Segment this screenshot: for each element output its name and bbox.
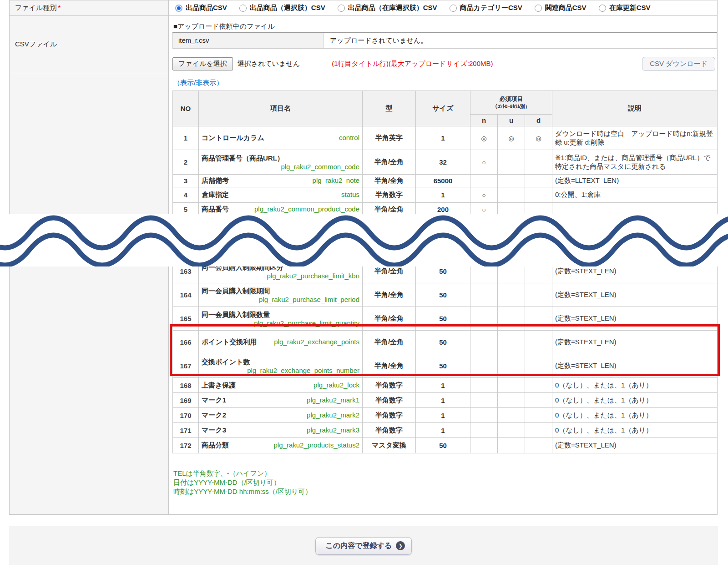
cell-name: 倉庫指定status <box>199 187 363 203</box>
cell-desc <box>552 203 717 215</box>
field-code: plg_raku2_purchase_limit_period <box>259 296 359 303</box>
file-type-options-cell: 出品商品CSV 出品商品（選択肢）CSV 出品商品（在庫選択肢）CSV 商品カテ… <box>169 0 718 16</box>
cell-name: マーク2plg_raku2_mark2 <box>199 408 363 423</box>
cell-no: 166 <box>173 331 199 354</box>
field-code: plg_raku2_products_status2 <box>274 441 359 450</box>
cell-desc: 0（なし）、または、1（あり） <box>552 423 718 438</box>
table-row: 170 マーク2plg_raku2_mark2 半角数字 1 0（なし）、または… <box>173 408 718 423</box>
radio-icon <box>535 5 542 12</box>
header-required-main: 必須項目 <box>473 95 549 103</box>
cell-d: ◎ <box>525 126 552 150</box>
header-required: 必須項目 （ｺﾝﾄﾛｰﾙｶﾗﾑ別） <box>470 91 552 115</box>
cell-name: マーク1plg_raku2_mark1 <box>199 393 363 408</box>
cell-type: 半角/全角 <box>363 331 416 354</box>
cell-name: 商品管理番号（商品URL）plg_raku2_common_code <box>199 150 363 175</box>
table-row: 168 上書き保護plg_raku2_lock 半角数字 1 0（なし）、または… <box>173 378 718 393</box>
radio-label: 関連商品CSV <box>545 4 586 12</box>
header-d: d <box>525 115 552 126</box>
cell-type: 半角数字 <box>363 378 416 393</box>
radio-listing-csv[interactable]: 出品商品CSV <box>175 4 227 12</box>
radio-icon <box>239 5 247 12</box>
header-u: u <box>498 115 525 126</box>
pending-file-status: アップロードされていません。 <box>324 33 717 48</box>
field-code: plg_raku2_lock <box>313 381 359 390</box>
cell-u <box>498 354 525 378</box>
cell-size: 50 <box>416 331 470 354</box>
cell-no: 4 <box>173 187 199 203</box>
header-n: n <box>470 115 498 126</box>
file-type-label: ファイル種別 <box>15 4 56 11</box>
table-row: 2 商品管理番号（商品URL）plg_raku2_common_code 半角/… <box>173 150 718 175</box>
spec-content-cell: （表示/非表示） NO 項目名 型 サイズ 必須項目 （ｺﾝﾄﾛｰﾙｶﾗﾑ <box>169 73 718 515</box>
cell-type: 半角/全角 <box>363 354 416 378</box>
cell-u: ◎ <box>498 126 525 150</box>
pending-upload-title: ■アップロード依頼中のファイル <box>172 22 717 33</box>
footnote-time: 時刻はYYYY-MM-DD hh:mm:ss（/区切り可） <box>173 487 717 496</box>
cell-n <box>470 378 498 393</box>
cell-u <box>498 423 525 438</box>
cell-u <box>498 378 525 393</box>
table-row-highlighted: 167 交換ポイント数plg_raku2_exchange_points_num… <box>173 354 718 378</box>
header-type: 型 <box>363 91 416 126</box>
cell-d <box>525 175 552 187</box>
radio-listing-stock-choice-csv[interactable]: 出品商品（在庫選択肢）CSV <box>338 4 437 12</box>
cell-no: 172 <box>173 438 199 453</box>
field-code: plg_raku2_note <box>313 176 359 185</box>
header-required-sub: （ｺﾝﾄﾛｰﾙｶﾗﾑ別） <box>473 103 549 110</box>
cell-u <box>498 283 525 307</box>
csv-download-button[interactable]: CSV ダウンロード <box>642 57 715 71</box>
submit-button[interactable]: この内容で登録する ❯ <box>315 537 412 555</box>
cell-name: 同一会員購入制限数量plg_raku2_purchase_limit_quant… <box>199 307 363 331</box>
csv-file-row: CSVファイル ■アップロード依頼中のファイル item_r.csv アップロー… <box>10 16 718 73</box>
footnote-date: 日付はYYYY-MM-DD（/区切り可） <box>173 478 717 487</box>
cell-u <box>498 175 525 187</box>
table-row: 1 コントロールカラムcontrol 半角英字 1 ◎ ◎ ◎ ダウンロード時は… <box>173 126 718 150</box>
cell-no: 171 <box>173 423 199 438</box>
cell-n <box>470 175 498 187</box>
cell-type: 半角/全角 <box>363 203 416 215</box>
cell-desc: 0（なし）、または、1（あり） <box>552 378 718 393</box>
header-desc: 説明 <box>552 91 717 126</box>
cell-desc: (定数=STEXT_LEN) <box>552 438 718 453</box>
pending-file-row: item_r.csv アップロードされていません。 <box>172 33 717 49</box>
radio-icon <box>175 5 182 12</box>
cell-size: 1 <box>416 187 470 203</box>
spec-table-bottom: 163 同一会員購入制限期間区分plg_raku2_purchase_limit… <box>172 259 718 453</box>
csv-upload-page: ファイル種別* 出品商品CSV 出品商品（選択肢）CSV 出品商品（在庫選択肢）… <box>0 0 728 573</box>
cell-u <box>498 438 525 453</box>
cell-size: 200 <box>416 203 470 215</box>
submit-footer-band: この内容で登録する ❯ <box>9 526 718 565</box>
cell-size: 1 <box>416 126 470 150</box>
cell-n <box>470 307 498 331</box>
csv-file-content-cell: ■アップロード依頼中のファイル item_r.csv アップロードされていません… <box>169 16 718 73</box>
field-code: status <box>341 191 359 199</box>
cell-size: 1 <box>416 408 470 423</box>
cell-u <box>498 408 525 423</box>
header-no: NO <box>173 91 199 126</box>
cell-desc: 0:公開、1:倉庫 <box>552 187 717 203</box>
cell-size: 50 <box>416 283 470 307</box>
radio-stock-update-csv[interactable]: 在庫更新CSV <box>599 4 651 12</box>
cell-d <box>525 187 552 203</box>
table-row: 4 倉庫指定status 半角数字 1 ○ 0:公開、1:倉庫 <box>173 187 718 203</box>
radio-listing-choice-csv[interactable]: 出品商品（選択肢）CSV <box>239 4 325 12</box>
footnote-tel: TELは半角数字、-（ハイフン） <box>173 469 717 478</box>
cell-size: 32 <box>416 150 470 175</box>
radio-related-csv[interactable]: 関連商品CSV <box>535 4 586 12</box>
cell-desc: (定数=STEXT_LEN) <box>552 307 718 331</box>
cell-no: 168 <box>173 378 199 393</box>
choose-file-button[interactable]: ファイルを選択 <box>172 57 233 70</box>
cell-n: ○ <box>470 187 498 203</box>
field-code: plg_raku2_common_code <box>281 163 359 171</box>
radio-category-csv[interactable]: 商品カテゴリーCSV <box>450 4 522 12</box>
cell-no: 170 <box>173 408 199 423</box>
show-hide-link[interactable]: （表示/非表示） <box>173 79 223 88</box>
spec-table-top: NO 項目名 型 サイズ 必須項目 （ｺﾝﾄﾛｰﾙｶﾗﾑ別） 説明 n <box>172 90 717 214</box>
cell-no: 165 <box>173 307 199 331</box>
cell-n <box>470 393 498 408</box>
radio-icon <box>599 5 606 12</box>
cell-name: 商品番号plg_raku2_common_product_code <box>199 203 363 215</box>
cell-d <box>525 393 552 408</box>
table-row: 169 マーク1plg_raku2_mark1 半角数字 1 0（なし）、または… <box>173 393 718 408</box>
file-type-row: ファイル種別* 出品商品CSV 出品商品（選択肢）CSV 出品商品（在庫選択肢）… <box>10 0 718 16</box>
